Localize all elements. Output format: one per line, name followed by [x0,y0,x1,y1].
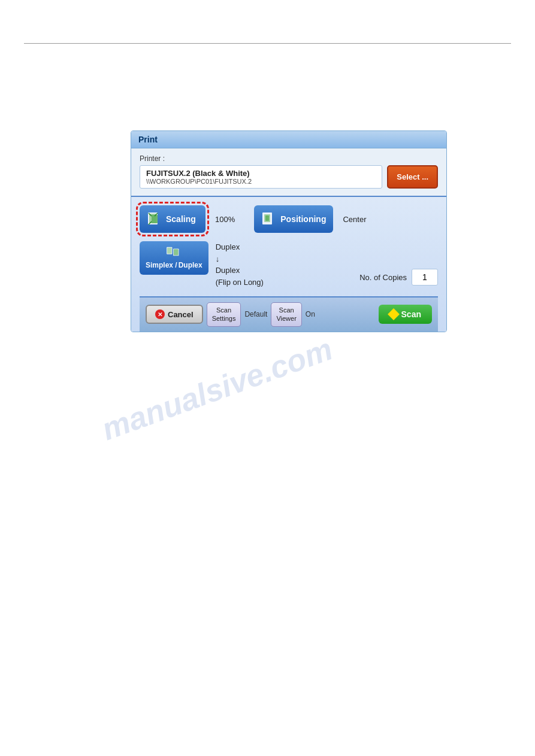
scan-viewer-line2: Viewer [276,315,296,322]
default-label: Default [244,310,267,318]
print-dialog-wrapper: Print Printer : FUJITSUX.2 (Black & Whit… [131,130,447,332]
printer-path: \\WORKGROUP\PC01\FUJITSUX.2 [146,178,376,185]
svg-rect-2 [152,215,158,223]
printer-label: Printer : [140,154,438,163]
duplex-desc-arrow: ↓ [216,253,264,265]
duplex-desc-line3: (Flip on Long) [216,277,264,289]
printer-name: FUJITSUX.2 (Black & White) [146,169,376,178]
scaling-label: Scaling [166,214,196,224]
scan-settings-line1: Scan [216,306,231,314]
positioning-label: Positioning [280,214,326,224]
print-dialog: Print Printer : FUJITSUX.2 (Black & Whit… [131,130,447,332]
dialog-title-bar: Print [131,131,446,148]
duplex-desc-line1: Duplex [216,241,264,253]
simplex-duplex-button[interactable]: Simplex / Duplex [140,241,208,275]
watermark: manualsive.com [97,331,337,448]
on-label: On [306,310,315,318]
select-button[interactable]: Select ... [387,165,438,189]
positioning-value: Center [343,215,366,224]
svg-rect-10 [167,248,172,254]
scaling-value: 100% [215,215,235,224]
simplex-label: Simplex / [146,261,177,269]
scan-viewer-line1: Scan [279,306,294,314]
options-area: Scaling 100% Positioning Center [131,197,446,332]
copies-input[interactable] [412,269,438,286]
copies-container: No. of Copies [359,269,438,288]
dialog-title: Print [138,135,158,144]
scaling-icon [147,211,162,227]
scaling-button[interactable]: Scaling [140,205,205,233]
scan-label: Scan [401,309,421,319]
svg-rect-12 [174,249,179,255]
top-rule [24,43,511,44]
printer-row: FUJITSUX.2 (Black & White) \\WORKGROUP\P… [140,165,438,189]
cancel-button[interactable]: ✕ Cancel [146,305,203,324]
scan-settings-button[interactable]: Scan Settings [207,302,241,327]
printer-info-box: FUJITSUX.2 (Black & White) \\WORKGROUP\P… [140,165,382,189]
duplex-label: Duplex [179,261,202,269]
scan-settings-line2: Settings [212,315,236,322]
simplex-row: Simplex / Duplex Duplex ↓ Duplex (Flip o… [140,241,438,288]
scaling-positioning-row: Scaling 100% Positioning Center [140,205,438,233]
duplex-description: Duplex ↓ Duplex (Flip on Long) [216,241,264,288]
simplex-duplex-icon [165,247,183,260]
scan-button[interactable]: Scan [379,305,432,324]
cancel-icon: ✕ [155,309,165,319]
scan-viewer-button[interactable]: Scan Viewer [271,302,301,327]
scan-diamond-icon [388,308,400,320]
toolbar: ✕ Cancel Scan Settings Default Scan View… [140,296,438,332]
positioning-icon [261,211,277,227]
svg-rect-8 [265,215,269,221]
positioning-button[interactable]: Positioning [254,205,333,233]
duplex-desc-line2: Duplex [216,265,264,277]
printer-section: Printer : FUJITSUX.2 (Black & White) \\W… [131,148,446,197]
copies-label: No. of Copies [359,273,407,282]
cancel-label: Cancel [168,310,194,319]
